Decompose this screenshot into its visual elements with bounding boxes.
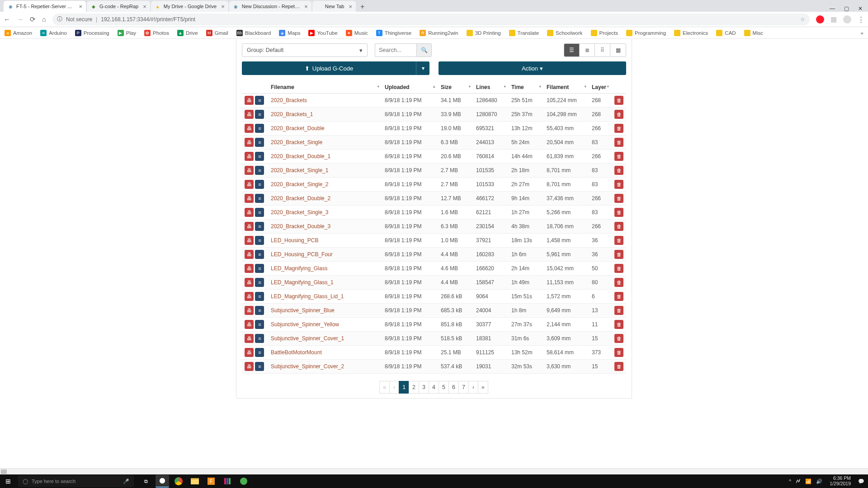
bookmarks-overflow[interactable]: » xyxy=(861,30,863,36)
print-button[interactable]: 🖶 xyxy=(245,138,254,147)
row-menu-button[interactable]: ≡ xyxy=(255,362,264,371)
filename-link[interactable]: 2020_Bracket_Double xyxy=(271,125,325,131)
col-uploaded[interactable]: Uploaded▴ xyxy=(382,81,438,94)
print-button[interactable]: 🖶 xyxy=(245,166,254,175)
row-menu-button[interactable]: ≡ xyxy=(255,264,264,273)
delete-button[interactable]: 🗑 xyxy=(614,166,623,175)
action-button[interactable]: Action ▾ xyxy=(439,61,626,75)
reload-button[interactable]: ⟳ xyxy=(30,15,36,23)
bookmark-item[interactable]: 3D Printing xyxy=(467,30,501,36)
browser-tab[interactable]: New Tab× xyxy=(312,1,356,12)
delete-button[interactable]: 🗑 xyxy=(614,110,623,119)
print-button[interactable]: 🖶 xyxy=(245,264,254,273)
col-lines[interactable]: Lines♦ xyxy=(473,81,509,94)
delete-button[interactable]: 🗑 xyxy=(614,348,623,357)
col-filename[interactable]: Filename♦ xyxy=(268,81,382,94)
print-button[interactable]: 🖶 xyxy=(245,152,254,161)
page-button[interactable]: 1 xyxy=(399,381,409,394)
bookmark-item[interactable]: ▲Drive xyxy=(177,30,198,36)
page-button[interactable]: 5 xyxy=(439,381,449,394)
group-select[interactable]: Group: Default ▾ xyxy=(242,43,368,57)
upload-gcode-dropdown[interactable]: ▾ xyxy=(416,61,429,75)
delete-button[interactable]: 🗑 xyxy=(614,222,623,231)
browser-tab[interactable]: ◉New Discussion - Repetier-Forum× xyxy=(229,1,311,12)
filename-link[interactable]: 2020_Bracket_Double_1 xyxy=(271,153,330,160)
page-button[interactable]: 2 xyxy=(409,381,419,394)
search-button[interactable]: 🔍 xyxy=(416,43,432,57)
filename-link[interactable]: 2020_Bracket_Double_2 xyxy=(271,195,330,202)
menu-icon[interactable]: ⋮ xyxy=(858,15,864,23)
bookmark-item[interactable]: ∞Arduino xyxy=(40,30,67,36)
print-button[interactable]: 🖶 xyxy=(245,236,254,245)
row-menu-button[interactable]: ≡ xyxy=(255,124,264,133)
page-button[interactable]: 6 xyxy=(448,381,459,394)
bookmark-item[interactable]: Projects xyxy=(591,30,618,36)
view-grid-small[interactable]: ⠿ xyxy=(595,44,610,56)
address-bar[interactable]: ⓘ Not secure | 192.168.1.157:3344/#!/pri… xyxy=(52,14,810,25)
row-menu-button[interactable]: ≡ xyxy=(255,292,264,301)
row-menu-button[interactable]: ≡ xyxy=(255,278,264,287)
row-menu-button[interactable]: ≡ xyxy=(255,152,264,161)
print-button[interactable]: 🖶 xyxy=(245,222,254,231)
delete-button[interactable]: 🗑 xyxy=(614,362,623,371)
bookmark-item[interactable]: ▶Play xyxy=(118,30,136,36)
browser-tab[interactable]: ▲My Drive - Google Drive× xyxy=(151,1,228,12)
page-button[interactable]: 3 xyxy=(419,381,429,394)
view-list[interactable]: ≣ xyxy=(580,44,595,56)
page-button[interactable]: ‹ xyxy=(389,381,399,394)
extension-icon[interactable]: ▦ xyxy=(830,15,837,23)
print-button[interactable]: 🖶 xyxy=(245,306,254,315)
delete-button[interactable]: 🗑 xyxy=(614,124,623,133)
row-menu-button[interactable]: ≡ xyxy=(255,306,264,315)
filename-link[interactable]: Subjunctive_Spinner_Cover_2 xyxy=(271,363,344,370)
bookmark-item[interactable]: ⬙Maps xyxy=(279,30,300,36)
print-button[interactable]: 🖶 xyxy=(245,250,254,259)
print-button[interactable]: 🖶 xyxy=(245,124,254,133)
tab-close-icon[interactable]: × xyxy=(79,3,82,10)
col-size[interactable]: Size♦ xyxy=(438,81,473,94)
page-button[interactable]: 7 xyxy=(458,381,469,394)
col-filament[interactable]: Filament♦ xyxy=(544,81,589,94)
print-button[interactable]: 🖶 xyxy=(245,348,254,357)
print-button[interactable]: 🖶 xyxy=(245,180,254,189)
bookmark-item[interactable]: Programming xyxy=(626,30,666,36)
bookmark-item[interactable]: Schoolwork xyxy=(547,30,582,36)
bookmark-item[interactable]: CAD xyxy=(716,30,736,36)
delete-button[interactable]: 🗑 xyxy=(614,264,623,273)
delete-button[interactable]: 🗑 xyxy=(614,96,623,105)
col-layer[interactable]: Layer♦ xyxy=(589,81,612,94)
delete-button[interactable]: 🗑 xyxy=(614,292,623,301)
row-menu-button[interactable]: ≡ xyxy=(255,222,264,231)
filename-link[interactable]: LED_Housing_PCB_Four xyxy=(271,251,333,258)
back-button[interactable]: ← xyxy=(4,15,10,23)
filename-link[interactable]: Subjunctive_Spinner_Cover_1 xyxy=(271,335,344,342)
new-tab-button[interactable]: + xyxy=(357,2,368,12)
delete-button[interactable]: 🗑 xyxy=(614,180,623,189)
bookmark-item[interactable]: Electronics xyxy=(674,30,708,36)
row-menu-button[interactable]: ≡ xyxy=(255,320,264,329)
bookmark-item[interactable]: TThingiverse xyxy=(376,30,411,36)
filename-link[interactable]: LED_Magnifying_Glass_Lid_1 xyxy=(271,293,344,300)
row-menu-button[interactable]: ≡ xyxy=(255,334,264,343)
filename-link[interactable]: 2020_Bracket_Single_1 xyxy=(271,167,328,174)
row-menu-button[interactable]: ≡ xyxy=(255,250,264,259)
row-menu-button[interactable]: ≡ xyxy=(255,180,264,189)
print-button[interactable]: 🖶 xyxy=(245,96,254,105)
tab-close-icon[interactable]: × xyxy=(143,3,146,10)
opera-icon[interactable] xyxy=(816,15,824,23)
filename-link[interactable]: 2020_Bracket_Single_2 xyxy=(271,181,328,188)
page-button[interactable]: » xyxy=(478,381,488,394)
delete-button[interactable]: 🗑 xyxy=(614,194,623,203)
filename-link[interactable]: BattleBotMotorMount xyxy=(271,349,322,356)
delete-button[interactable]: 🗑 xyxy=(614,320,623,329)
filename-link[interactable]: 2020_Brackets xyxy=(271,97,307,103)
browser-tab[interactable]: ◆G-code - RepRap× xyxy=(87,1,150,12)
row-menu-button[interactable]: ≡ xyxy=(255,208,264,217)
row-menu-button[interactable]: ≡ xyxy=(255,110,264,119)
print-button[interactable]: 🖶 xyxy=(245,110,254,119)
home-button[interactable]: ⌂ xyxy=(42,15,46,23)
profile-icon[interactable] xyxy=(843,15,851,23)
delete-button[interactable]: 🗑 xyxy=(614,278,623,287)
filename-link[interactable]: LED_Magnifying_Glass xyxy=(271,265,327,272)
row-menu-button[interactable]: ≡ xyxy=(255,96,264,105)
